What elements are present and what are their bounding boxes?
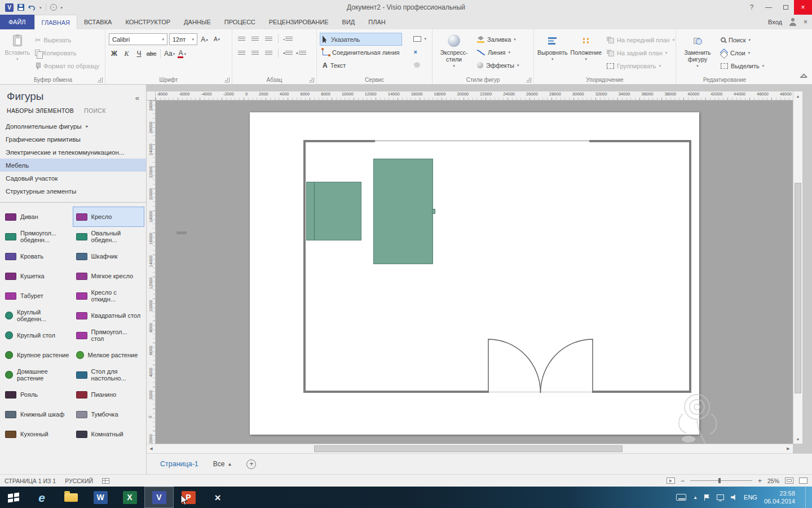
page-tab[interactable]: Страница-1 xyxy=(160,460,198,468)
guide-marker[interactable] xyxy=(176,231,187,234)
zoom-out-button[interactable]: − xyxy=(681,477,685,485)
scroll-up-arrow[interactable]: ▲ xyxy=(793,91,802,100)
align-middle-button[interactable] xyxy=(249,33,261,45)
shape-item[interactable]: Комнатный xyxy=(73,424,144,444)
shapes-panel-tab[interactable]: ПОИСК xyxy=(84,107,105,114)
wall-top-window[interactable] xyxy=(375,141,589,141)
align-top-button[interactable] xyxy=(236,33,248,45)
shape-item[interactable]: Диван xyxy=(2,207,73,226)
text-tool-button[interactable]: АТекст xyxy=(320,59,401,71)
clock[interactable]: 23:58 06.04.2014 xyxy=(764,489,798,506)
zoom-slider-thumb[interactable] xyxy=(718,478,721,483)
position-button[interactable]: Положение▾ xyxy=(571,31,602,75)
shapes-panel-tab[interactable]: НАБОРЫ ЭЛЕМЕНТОВ xyxy=(7,107,74,114)
shape-item[interactable]: Тумбочка xyxy=(73,405,144,424)
shape-item[interactable]: Круглый стол xyxy=(2,326,73,345)
find-button[interactable]: Поиск▾ xyxy=(718,34,766,46)
ribbon-tab[interactable]: ВСТАВКА xyxy=(77,15,118,29)
presentation-mode-icon[interactable] xyxy=(667,478,675,484)
drawing-viewport[interactable] xyxy=(156,100,793,444)
horizontal-ruler[interactable]: -8000-6000-4000-200002000400060008000100… xyxy=(156,91,793,100)
shape-item[interactable]: Домашнее растение xyxy=(2,365,73,384)
horizontal-scrollbar[interactable]: ◀ ▶ xyxy=(147,444,793,453)
decrease-indent-button[interactable]: ◂ xyxy=(282,47,294,59)
stencil-item[interactable]: Мебель xyxy=(0,159,146,172)
increase-indent-button[interactable]: ▸ xyxy=(295,47,307,59)
ribbon-tab[interactable]: ГЛАВНАЯ xyxy=(34,15,77,29)
rectangle-tool-button[interactable]: ▾ xyxy=(411,33,429,45)
collapse-panel-button[interactable]: « xyxy=(135,94,139,102)
add-page-button[interactable]: + xyxy=(246,459,256,469)
bring-to-front-button[interactable]: На передний план▾ xyxy=(604,34,677,46)
stencil-item[interactable]: Графические примитивы xyxy=(0,133,146,146)
shape-item[interactable]: Крупное растение xyxy=(2,345,73,365)
zoom-level[interactable]: 25% xyxy=(767,478,779,484)
shape-item[interactable]: Овальный обеден... xyxy=(73,227,144,246)
align-center-button[interactable] xyxy=(249,47,261,59)
ribbon-tab[interactable]: ВИД xyxy=(336,15,362,29)
change-case-button[interactable]: Aa▾ xyxy=(164,48,175,59)
bed-shape[interactable] xyxy=(306,182,361,240)
macro-record-icon[interactable] xyxy=(102,478,109,484)
wall-right[interactable] xyxy=(689,140,691,393)
line-button[interactable]: Линия▾ xyxy=(475,46,522,58)
effects-button[interactable]: Эффекты▾ xyxy=(475,59,522,71)
zoom-in-button[interactable]: + xyxy=(758,477,762,485)
taskbar-internet-explorer[interactable]: e xyxy=(27,487,56,508)
shape-item[interactable]: Кресло с откидн... xyxy=(73,286,144,305)
ribbon-tab[interactable]: ПРОЦЕСС xyxy=(218,15,262,29)
change-shape-button[interactable]: Заменить фигуру▾ xyxy=(679,31,716,75)
double-door-shape[interactable] xyxy=(250,112,699,435)
collapse-ribbon-button[interactable] xyxy=(800,77,806,81)
close-window-button[interactable]: × xyxy=(804,18,807,26)
bold-button[interactable]: Ж xyxy=(109,48,120,59)
fill-button[interactable]: Заливка▾ xyxy=(475,33,522,45)
maximize-button[interactable] xyxy=(777,0,794,15)
align-bottom-button[interactable] xyxy=(263,33,275,45)
shape-item[interactable]: Кушетка xyxy=(2,266,73,286)
grow-font-button[interactable]: А▴ xyxy=(199,34,210,45)
copy-button[interactable]: Копировать xyxy=(33,47,102,59)
pointer-tool-button[interactable]: Указатель xyxy=(320,33,401,45)
taskbar-file-explorer[interactable] xyxy=(56,487,86,508)
scroll-right-arrow[interactable]: ▶ xyxy=(784,444,793,453)
volume-icon[interactable] xyxy=(731,494,737,500)
customize-qat-button[interactable]: ▾ xyxy=(61,6,63,10)
undo-dropdown[interactable]: ▾ xyxy=(39,6,42,10)
zoom-slider[interactable] xyxy=(690,480,752,481)
help-button[interactable]: ? xyxy=(743,0,760,15)
touch-keyboard-icon[interactable] xyxy=(676,494,686,501)
shape-item[interactable]: Книжный шкаф xyxy=(2,405,73,424)
vertical-ruler[interactable]: 2800026000240002200020000180001600014000… xyxy=(147,100,156,444)
taskbar-snip-tool[interactable]: × xyxy=(203,487,232,508)
ribbon-tab[interactable]: КОНСТРУКТОР xyxy=(118,15,177,29)
all-pages-button[interactable]: Все▲ xyxy=(213,460,232,468)
save-button[interactable] xyxy=(17,3,24,12)
quick-styles-button[interactable]: Экспресс-стили ▾ xyxy=(436,31,472,75)
shape-item[interactable]: Рояль xyxy=(2,385,73,404)
bullets-button[interactable]: • xyxy=(282,33,294,45)
layers-button[interactable]: Слои▾ xyxy=(718,47,766,59)
cut-button[interactable]: ✂Вырезать xyxy=(33,34,102,46)
minimize-button[interactable]: — xyxy=(760,0,777,15)
shape-item[interactable]: Кровать xyxy=(2,247,73,266)
italic-button[interactable]: К xyxy=(121,48,132,59)
stencil-item[interactable]: Садовый участок xyxy=(0,172,146,185)
language-indicator[interactable]: РУССКИЙ xyxy=(65,478,93,484)
language-badge[interactable]: ENG xyxy=(744,494,757,501)
shape-item[interactable]: Стол для настольно... xyxy=(73,365,144,384)
shape-item[interactable]: Прямоугол... обеденн... xyxy=(2,227,73,246)
stencil-item[interactable]: Дополнительные фигуры▸ xyxy=(0,120,146,133)
close-button[interactable]: × xyxy=(794,0,812,15)
ribbon-tab[interactable]: РЕЦЕНЗИРОВАНИЕ xyxy=(262,15,336,29)
shape-item[interactable]: Прямоугол... стол xyxy=(73,326,144,345)
taskbar-app-button[interactable]: X xyxy=(115,487,144,508)
font-size-select[interactable]: 12пт▾ xyxy=(169,33,197,45)
scroll-down-arrow[interactable]: ▼ xyxy=(793,435,802,444)
connection-point-tool-button[interactable]: × xyxy=(411,46,429,58)
taskbar-app-button[interactable]: P xyxy=(174,487,203,508)
network-icon[interactable] xyxy=(717,494,724,500)
full-screen-icon[interactable] xyxy=(799,478,807,484)
shape-item[interactable]: Круглый обеденн... xyxy=(2,306,73,325)
account-icon[interactable] xyxy=(789,18,797,26)
